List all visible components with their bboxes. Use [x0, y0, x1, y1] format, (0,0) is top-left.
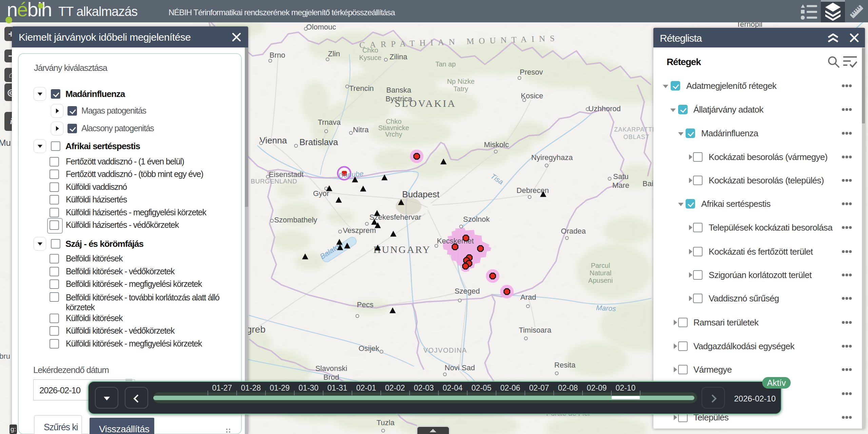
svg-text:Pecs: Pecs [357, 300, 374, 309]
svg-text:Novi Sad: Novi Sad [445, 363, 475, 372]
svg-text:Tatry: Tatry [453, 85, 468, 93]
svg-text:Apuseni: Apuseni [588, 277, 613, 284]
svg-text:Tan ap: Tan ap [435, 60, 456, 68]
svg-text:Brno: Brno [270, 51, 285, 59]
svg-text:ZAKARPATTIA: ZAKARPATTIA [614, 126, 658, 133]
svg-text:Mare: Mare [612, 181, 629, 190]
svg-text:HUNGARY: HUNGARY [373, 244, 431, 255]
svg-text:Szombathely: Szombathely [274, 216, 317, 224]
svg-text:Mu: Mu [0, 138, 11, 148]
svg-text:Zlin: Zlin [328, 50, 340, 58]
svg-text:VOJVODINA: VOJVODINA [423, 347, 467, 354]
svg-text:Natural: Natural [590, 269, 611, 277]
svg-text:Kysuce: Kysuce [359, 54, 381, 61]
svg-text:Vrchy: Vrchy [385, 131, 402, 138]
svg-text:Parcul: Parcul [591, 262, 610, 269]
svg-text:Vienna: Vienna [260, 135, 287, 145]
svg-text:Olomouc: Olomouc [306, 23, 336, 31]
svg-text:Np Nizke: Np Nizke [447, 78, 474, 85]
svg-text:bru: bru [0, 352, 10, 360]
svg-text:Bratislava: Bratislava [299, 137, 338, 147]
svg-text:Resita: Resita [554, 361, 576, 369]
svg-text:Szeged: Szeged [455, 287, 480, 295]
svg-text:Uzhhorod: Uzhhorod [588, 104, 620, 113]
svg-text:Banska: Banska [386, 86, 411, 94]
svg-text:Timisoara: Timisoara [519, 326, 552, 334]
svg-text:greb: greb [246, 324, 265, 335]
svg-text:Tuzla: Tuzla [377, 418, 395, 427]
svg-text:OBLAST: OBLAST [623, 134, 649, 140]
svg-text:Satu: Satu [613, 172, 628, 181]
svg-text:Oradea: Oradea [561, 227, 586, 235]
svg-text:Veszprem: Veszprem [343, 226, 376, 235]
svg-text:Zilina: Zilina [390, 53, 408, 61]
svg-text:Miskolc: Miskolc [484, 140, 509, 149]
svg-text:Budapest: Budapest [402, 189, 440, 199]
svg-text:Trnava: Trnava [318, 118, 341, 126]
svg-text:Maros: Maros [596, 303, 616, 312]
svg-text:Nitra: Nitra [353, 125, 369, 134]
svg-text:BURGENLAND: BURGENLAND [251, 178, 297, 185]
svg-text:Brod: Brod [323, 373, 339, 381]
svg-text:SLOVAKIA: SLOVAKIA [395, 98, 456, 109]
svg-text:Trencin: Trencin [349, 84, 374, 93]
svg-text:Slavonski: Slavonski [315, 364, 347, 373]
svg-text:Szolnok: Szolnok [463, 215, 490, 223]
svg-text:Nyiregyhaza: Nyiregyhaza [531, 153, 573, 162]
svg-text:Presov: Presov [520, 68, 543, 76]
svg-text:Osijek: Osijek [358, 344, 379, 353]
svg-text:Arad: Arad [520, 293, 536, 301]
